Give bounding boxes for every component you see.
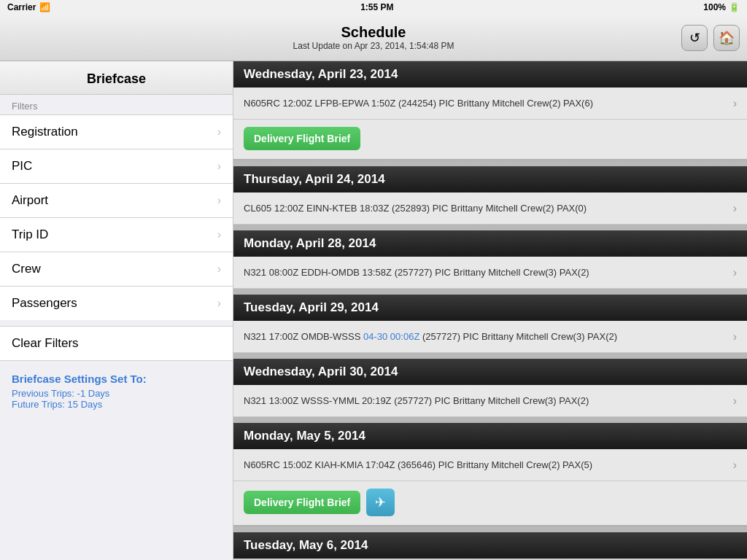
header-title-block: Schedule Last Update on Apr 23, 2014, 1:… xyxy=(293,24,454,51)
chevron-icon: › xyxy=(733,330,737,343)
section-gap xyxy=(233,353,747,359)
day-header-6: Monday, May 5, 2014 xyxy=(233,423,747,449)
chevron-icon: › xyxy=(217,262,221,276)
content-area: Wednesday, April 23, 2014 N605RC 12:00Z … xyxy=(233,61,747,560)
settings-line1: Previous Trips: -1 Days xyxy=(12,388,221,399)
chevron-icon: › xyxy=(217,194,221,207)
wifi-icon: 📶 xyxy=(39,2,50,12)
battery-label: 100% xyxy=(703,2,726,12)
sidebar-item-airport[interactable]: Airport › xyxy=(0,183,233,218)
flight-row-2[interactable]: CL605 12:00Z EINN-KTEB 18:03Z (252893) P… xyxy=(233,192,747,225)
chevron-icon: › xyxy=(733,394,737,408)
flight-row-4[interactable]: N321 17:00Z OMDB-WSSS 04-30 00:06Z (2577… xyxy=(233,321,747,353)
chevron-icon: › xyxy=(733,202,737,215)
day-title-5: Wednesday, April 30, 2014 xyxy=(244,365,398,378)
flight-info-4: N321 17:00Z OMDB-WSSS 04-30 00:06Z (2577… xyxy=(244,331,733,342)
flight-row-6[interactable]: N605RC 15:00Z KIAH-KMIA 17:04Z (365646) … xyxy=(233,449,747,481)
pic-label: PIC xyxy=(12,159,32,174)
passengers-label: Passengers xyxy=(12,296,77,311)
flight-row-5[interactable]: N321 13:00Z WSSS-YMML 20:19Z (257727) PI… xyxy=(233,385,747,417)
day-title-6: Monday, May 5, 2014 xyxy=(244,429,365,443)
day-title-3: Monday, April 28, 2014 xyxy=(244,236,376,250)
chevron-icon: › xyxy=(733,97,737,110)
chevron-icon: › xyxy=(733,459,737,472)
sidebar-item-crew[interactable]: Crew › xyxy=(0,252,233,287)
sidebar-title: Briefcase xyxy=(0,61,233,95)
last-update-label: Last Update on Apr 23, 2014, 1:54:48 PM xyxy=(293,41,454,51)
home-button[interactable]: 🏠 xyxy=(713,25,740,51)
flight-info-3: N321 08:00Z EDDH-OMDB 13:58Z (257727) PI… xyxy=(244,267,733,278)
sidebar-item-passengers[interactable]: Passengers › xyxy=(0,286,233,321)
sidebar-separator xyxy=(0,320,233,326)
status-left: Carrier 📶 xyxy=(7,2,50,12)
chevron-icon: › xyxy=(733,266,737,279)
header-actions: ↺ 🏠 xyxy=(681,25,740,51)
flight-info-2: CL605 12:00Z EINN-KTEB 18:03Z (252893) P… xyxy=(244,203,733,214)
sidebar-item-registration[interactable]: Registration › xyxy=(0,114,233,149)
flight-info-post: (257727) PIC Brittany Mitchell Crew(3) P… xyxy=(419,331,617,342)
day-title-1: Wednesday, April 23, 2014 xyxy=(244,67,398,81)
day-title-4: Tuesday, April 29, 2014 xyxy=(244,300,379,314)
chevron-icon: › xyxy=(217,125,221,139)
chevron-icon: › xyxy=(217,160,221,173)
status-right: 100% 🔋 xyxy=(703,2,740,12)
settings-block: Briefcase Settings Set To: Previous Trip… xyxy=(0,364,233,419)
refresh-button[interactable]: ↺ xyxy=(681,25,708,51)
day-header-1: Wednesday, April 23, 2014 xyxy=(233,61,747,88)
main-layout: Briefcase Filters Registration › PIC › A… xyxy=(0,61,747,560)
carrier-label: Carrier xyxy=(7,2,36,12)
tripid-label: Trip ID xyxy=(12,228,48,242)
sidebar-item-pic[interactable]: PIC › xyxy=(0,149,233,184)
header-bar: Schedule Last Update on Apr 23, 2014, 1:… xyxy=(0,15,747,61)
section-gap xyxy=(233,160,747,166)
flight-actions-1: Delivery Flight Brief xyxy=(233,120,747,160)
section-gap xyxy=(233,526,747,532)
day-header-3: Monday, April 28, 2014 xyxy=(233,230,747,257)
flight-info-5: N321 13:00Z WSSS-YMML 20:19Z (257727) PI… xyxy=(244,395,733,406)
chevron-icon: › xyxy=(217,297,221,310)
sidebar-item-tripid[interactable]: Trip ID › xyxy=(0,217,233,252)
time-label: 1:55 PM xyxy=(360,2,393,12)
day-header-2: Thursday, April 24, 2014 xyxy=(233,166,747,192)
registration-label: Registration xyxy=(12,125,78,139)
filters-label: Filters xyxy=(0,95,233,114)
airport-label: Airport xyxy=(12,193,48,208)
flight-row-1[interactable]: N605RC 12:00Z LFPB-EPWA 1:50Z (244254) P… xyxy=(233,88,747,120)
plane-button-6[interactable]: ✈ xyxy=(366,489,395,516)
settings-title: Briefcase Settings Set To: xyxy=(12,373,221,385)
delivery-brief-button-6[interactable]: Delivery Flight Brief xyxy=(244,491,360,514)
sidebar: Briefcase Filters Registration › PIC › A… xyxy=(0,61,233,560)
flight-info-highlight: 04-30 00:06Z xyxy=(363,331,419,342)
schedule-title: Schedule xyxy=(293,24,454,41)
day-header-4: Tuesday, April 29, 2014 xyxy=(233,295,747,321)
section-gap xyxy=(233,289,747,295)
flight-info-1: N605RC 12:00Z LFPB-EPWA 1:50Z (244254) P… xyxy=(244,98,733,109)
day-title-7: Tuesday, May 6, 2014 xyxy=(244,538,368,552)
day-header-7: Tuesday, May 6, 2014 xyxy=(233,532,747,559)
flight-row-3[interactable]: N321 08:00Z EDDH-OMDB 13:58Z (257727) PI… xyxy=(233,257,747,289)
settings-line2: Future Trips: 15 Days xyxy=(12,399,221,410)
section-gap xyxy=(233,225,747,230)
crew-label: Crew xyxy=(12,262,41,276)
flight-actions-6: Delivery Flight Brief ✈ xyxy=(233,481,747,526)
day-header-5: Wednesday, April 30, 2014 xyxy=(233,359,747,385)
flight-info-pre: N321 17:00Z OMDB-WSSS xyxy=(244,331,363,342)
clear-filters-item[interactable]: Clear Filters xyxy=(0,326,233,361)
section-gap xyxy=(233,417,747,423)
status-bar: Carrier 📶 1:55 PM 100% 🔋 xyxy=(0,0,747,15)
delivery-brief-button-1[interactable]: Delivery Flight Brief xyxy=(244,127,360,150)
battery-icon: 🔋 xyxy=(729,2,740,12)
chevron-icon: › xyxy=(217,228,221,241)
day-title-2: Thursday, April 24, 2014 xyxy=(244,172,385,186)
flight-info-6: N605RC 15:00Z KIAH-KMIA 17:04Z (365646) … xyxy=(244,459,733,470)
clear-filters-label: Clear Filters xyxy=(12,336,79,350)
